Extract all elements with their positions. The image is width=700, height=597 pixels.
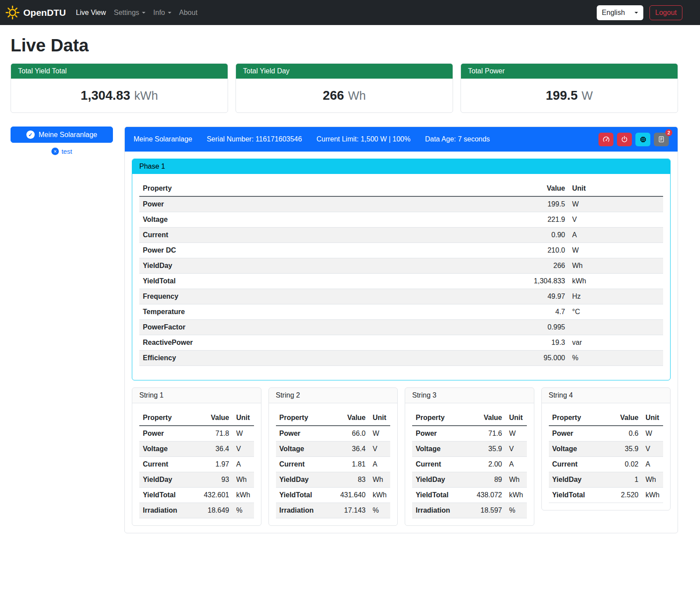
phase-table: Property Value Unit Power: [139, 181, 663, 366]
total-yield-day-card: Total Yield Day 266Wh: [236, 63, 453, 113]
string-3-card: String 3 Property Value Unit: [405, 387, 534, 526]
string-4-card: String 4 Property Value Unit: [541, 387, 671, 510]
table-header-row: Property Value Unit: [276, 410, 391, 426]
table-row: Power 0.6 W: [549, 426, 664, 441]
table-row: Current 0.02 A: [549, 457, 664, 472]
table-row: Power DC 210.0 W: [139, 243, 663, 258]
tag-filter[interactable]: × test: [11, 148, 113, 155]
nav-item-info[interactable]: Info: [149, 5, 175, 20]
inverter-card-header: Meine Solaranlage Serial Number: 1161716…: [125, 127, 678, 152]
table-header-row: Property Value Unit: [139, 410, 254, 426]
string-title: String 1: [132, 388, 261, 403]
table-row: Temperature 4.7 °C: [139, 304, 663, 320]
card-title: Total Yield Day: [236, 64, 453, 79]
table-row: YieldDay 93 Wh: [139, 472, 254, 488]
page-title: Live Data: [11, 36, 678, 55]
navbar: OpenDTU Live View Settings Info About En…: [0, 0, 700, 25]
x-circle-icon[interactable]: ×: [51, 148, 59, 155]
string-1-table: Property Value Unit Power: [139, 410, 254, 518]
table-header-row: Property Value Unit: [412, 410, 527, 426]
inverter-serial: Serial Number: 116171603546: [207, 135, 302, 143]
card-unit: kWh: [134, 89, 158, 102]
inverter-data-age: Data Age: 7 seconds: [425, 135, 490, 143]
table-row: Current 0.90 A: [139, 228, 663, 243]
event-log-button[interactable]: 2: [654, 133, 669, 146]
inverter-select-button[interactable]: ✓ Meine Solaranlage: [11, 127, 113, 143]
string-2-card: String 2 Property Value Unit: [268, 387, 398, 526]
speedometer-icon: [602, 136, 610, 143]
nav-items: Live View Settings Info About: [72, 5, 202, 20]
table-row: Voltage 36.4 V: [276, 441, 391, 457]
total-yield-total-card: Total Yield Total 1,304.83kWh: [11, 63, 228, 113]
table-row: YieldDay 89 Wh: [412, 472, 527, 488]
table-row: YieldDay 1 Wh: [549, 472, 664, 488]
inverter-limit: Current Limit: 1,500 W | 100%: [316, 135, 410, 143]
table-row: Voltage 35.9 V: [549, 441, 664, 457]
card-value: 1,304.83: [81, 88, 131, 102]
nav-item-settings[interactable]: Settings: [110, 5, 149, 20]
string-title: String 2: [269, 388, 398, 403]
card-title: Total Yield Total: [11, 64, 228, 79]
table-row: YieldDay 83 Wh: [276, 472, 391, 488]
inverter-actions: 2: [598, 133, 669, 146]
column-value: Value: [507, 181, 569, 196]
card-value: 199.5: [546, 88, 578, 102]
string-3-table: Property Value Unit Power: [412, 410, 527, 518]
table-row: Efficiency 95.000 %: [139, 351, 663, 366]
phase-title: Phase 1: [132, 159, 670, 174]
card-unit: Wh: [348, 89, 366, 102]
nav-item-about[interactable]: About: [175, 5, 202, 20]
navbar-right: English Logout: [597, 5, 682, 20]
power-icon: [621, 136, 628, 143]
language-value: English: [602, 9, 625, 17]
inverter-sidebar: ✓ Meine Solaranlage × test: [11, 127, 113, 155]
table-row: YieldTotal 1,304.833 kWh: [139, 274, 663, 289]
table-row: ReactivePower 19.3 var: [139, 335, 663, 351]
inverter-card-body: Phase 1 Property Value Unit: [125, 152, 678, 533]
table-row: YieldTotal 432.601 kWh: [139, 488, 254, 503]
chevron-down-icon: [142, 12, 145, 14]
phase-card: Phase 1 Property Value Unit: [132, 159, 671, 380]
nav-item-live-view[interactable]: Live View: [72, 5, 110, 20]
table-row: Current 2.00 A: [412, 457, 527, 472]
card-value: 266: [323, 88, 344, 102]
table-header-row: Property Value Unit: [549, 410, 664, 426]
language-select[interactable]: English: [597, 5, 643, 20]
chevron-down-icon: [168, 12, 171, 14]
total-power-card: Total Power 199.5W: [461, 63, 678, 113]
table-row: Voltage 221.9 V: [139, 212, 663, 228]
inverter-select-label: Meine Solaranlage: [39, 131, 97, 139]
table-row: Current 1.97 A: [139, 457, 254, 472]
table-row: Irradiation 17.143 %: [276, 503, 391, 518]
brand-label: OpenDTU: [23, 7, 66, 18]
card-title: Total Power: [461, 64, 678, 79]
chevron-down-icon: [635, 12, 638, 14]
logout-button[interactable]: Logout: [649, 5, 682, 20]
strings-row: String 1 Property Value Unit: [132, 387, 671, 526]
table-row: Power 71.6 W: [412, 426, 527, 441]
string-title: String 3: [405, 388, 534, 403]
check-circle-icon: ✓: [26, 130, 35, 139]
table-row: Power 71.8 W: [139, 426, 254, 441]
string-4-table: Property Value Unit Power: [549, 410, 664, 503]
string-2-table: Property Value Unit Power: [276, 410, 391, 518]
table-row: YieldTotal 2.520 kWh: [549, 488, 664, 503]
event-count-badge: 2: [665, 129, 672, 136]
table-row: Voltage 35.9 V: [412, 441, 527, 457]
brand[interactable]: OpenDTU: [5, 5, 66, 20]
journal-icon: [658, 136, 665, 143]
table-row: YieldTotal 438.072 kWh: [412, 488, 527, 503]
cpu-icon: [639, 136, 647, 143]
string-title: String 4: [542, 388, 671, 403]
column-unit: Unit: [569, 181, 663, 196]
page: Live Data Total Yield Total 1,304.83kWh …: [0, 25, 700, 544]
table-row: PowerFactor 0.995: [139, 320, 663, 335]
tag-label: test: [62, 148, 72, 155]
string-1-card: String 1 Property Value Unit: [132, 387, 261, 526]
table-row: YieldTotal 431.640 kWh: [276, 488, 391, 503]
power-toggle-button[interactable]: [617, 133, 632, 146]
table-header-row: Property Value Unit: [139, 181, 663, 196]
limit-settings-button[interactable]: [598, 133, 613, 146]
device-info-button[interactable]: [635, 133, 650, 146]
table-row: Frequency 49.97 Hz: [139, 289, 663, 304]
